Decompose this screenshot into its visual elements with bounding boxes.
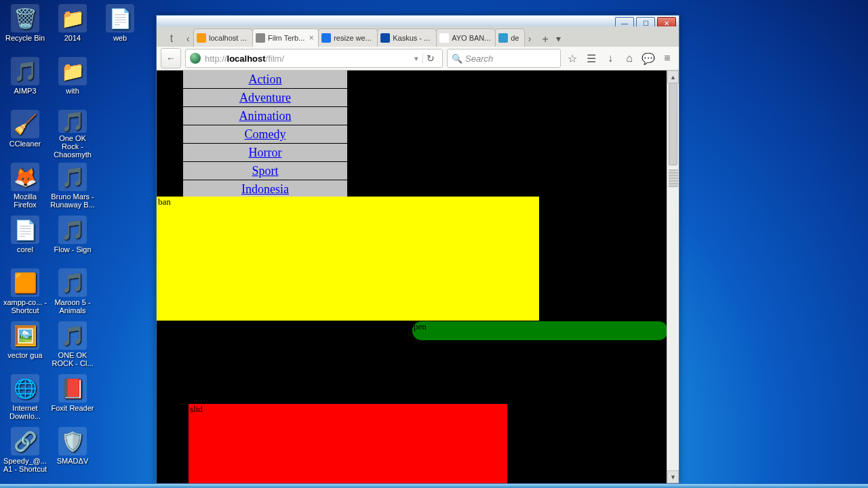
search-placeholder: Search [465, 54, 493, 64]
file-icon: 🧹 [11, 110, 39, 138]
titlebar[interactable]: — ☐ ✕ [157, 16, 679, 26]
tab-forward[interactable]: › [524, 30, 535, 47]
desktop-icon[interactable]: 🎵ONE OK ROCK - Cl... [50, 320, 95, 370]
menu-icon[interactable]: ≡ [660, 49, 675, 68]
icon-label: Recycle Bin [5, 34, 45, 42]
file-icon: 📄 [11, 216, 39, 244]
genre-link[interactable]: Adventure [239, 91, 291, 104]
file-icon: 🔗 [11, 427, 39, 455]
tab-strip: t ‹ localhost ...Film Terb...×resize we.… [157, 26, 679, 47]
desktop-icon[interactable]: 🦊Mozilla Firefox [3, 161, 47, 211]
pinned-tab[interactable]: t [163, 30, 180, 47]
file-icon: 🎵 [58, 110, 87, 133]
browser-window: — ☐ ✕ t ‹ localhost ...Film Terb...×resi… [156, 15, 679, 484]
browser-tab[interactable]: localhost ... [193, 28, 253, 47]
favicon [439, 33, 449, 43]
icon-label: Bruno Mars - Runaway B... [50, 192, 95, 209]
desktop-icon[interactable]: 📄corel [3, 214, 47, 264]
desktop-icon[interactable]: 🧹CCleaner [3, 108, 47, 159]
favicon [197, 33, 206, 43]
desktop-icon[interactable]: 🔗Speedy_@... A1 - Shortcut [3, 426, 47, 476]
vertical-scrollbar[interactable]: ▲ ▼ [667, 70, 679, 483]
icon-label: SMADΔV [57, 457, 88, 465]
file-icon: 🎵 [58, 163, 87, 191]
browser-tab[interactable]: Film Terb...× [252, 28, 319, 47]
scroll-up-button[interactable]: ▲ [667, 70, 679, 83]
icon-label: 2014 [64, 34, 81, 42]
favicon [498, 33, 508, 43]
scroll-down-button[interactable]: ▼ [667, 470, 679, 483]
tab-title: localhost ... [209, 34, 250, 42]
file-icon: 🎵 [58, 216, 87, 244]
desktop-icon[interactable]: 📁with [50, 56, 95, 106]
new-tab-button[interactable]: + [538, 32, 553, 47]
desktop-icon[interactable]: 🎵One OK Rock - Chaosmyth [50, 108, 95, 159]
tab-title: AYO BAN... [452, 34, 492, 42]
desktop-icon[interactable]: 🖼️vector gua [3, 320, 47, 370]
desktop-icon[interactable]: 📄web [98, 3, 142, 53]
file-icon: 🟧 [11, 268, 39, 297]
genre-link[interactable]: Indonesia [241, 182, 289, 196]
genre-item: Comedy [183, 125, 347, 143]
browser-tab[interactable]: resize we... [318, 28, 378, 47]
genre-list: ActionAdventureAnimationComedyHorrorSpor… [183, 70, 347, 199]
taskbar[interactable] [0, 484, 868, 488]
genre-link[interactable]: Horror [249, 146, 282, 159]
tab-title: de [511, 34, 521, 42]
reader-icon[interactable]: ☰ [584, 49, 599, 68]
desktop-icon[interactable]: 🎵Maroon 5 - Animals [50, 267, 95, 317]
search-box[interactable]: 🔍 Search [447, 49, 561, 68]
url-host: localhost [227, 54, 266, 64]
tab-title: Film Terb... [268, 34, 304, 42]
desktop-icon[interactable]: 🗑️Recycle Bin [3, 3, 47, 53]
pen-box: pen [412, 321, 668, 340]
downloads-icon[interactable]: ↓ [603, 49, 618, 68]
genre-link[interactable]: Comedy [245, 127, 286, 141]
icon-label: xampp-co... - Shortcut [3, 298, 47, 314]
genre-link[interactable]: Action [249, 73, 282, 86]
tab-close-icon[interactable]: × [307, 33, 315, 43]
desktop-icon[interactable]: 🎵Flow - Sign [50, 214, 95, 264]
icon-label: Foxit Reader [52, 404, 94, 412]
scroll-thumb[interactable] [669, 83, 677, 165]
genre-item: Action [183, 70, 347, 88]
browser-tab[interactable]: Kaskus - ... [377, 28, 437, 47]
genre-item: Sport [183, 162, 347, 180]
bookmark-star-icon[interactable]: ☆ [565, 49, 580, 68]
desktop-icon[interactable]: 🛡️SMADΔV [50, 426, 95, 476]
chat-icon[interactable]: 💬 [641, 49, 656, 68]
url-scheme: http:// [205, 54, 227, 64]
desktop-icon[interactable]: 🎵AIMP3 [3, 56, 47, 106]
desktop-icon[interactable]: 📁2014 [50, 3, 95, 53]
file-icon: 🛡️ [58, 427, 87, 455]
tab-title: Kaskus - ... [393, 34, 433, 42]
back-button[interactable]: ← [161, 48, 181, 68]
reload-button[interactable]: ↻ [422, 53, 438, 64]
file-icon: 📕 [58, 374, 87, 403]
desktop: 🗑️Recycle Bin📁2014📄web🎵AIMP3📁with🧹CClean… [0, 0, 868, 488]
file-icon: 📄 [106, 4, 134, 33]
icon-label: with [66, 87, 79, 95]
home-icon[interactable]: ⌂ [622, 49, 637, 68]
genre-item: Horror [183, 144, 347, 161]
tab-back[interactable]: ‹ [182, 30, 193, 47]
icon-label: CCleaner [9, 140, 41, 148]
browser-tab[interactable]: de [495, 28, 525, 47]
icon-label: Flow - Sign [54, 245, 91, 253]
icon-label: One OK Rock - Chaosmyth [50, 134, 95, 159]
genre-link[interactable]: Sport [252, 164, 278, 178]
tab-menu[interactable]: ▾ [553, 30, 564, 47]
url-bar[interactable]: http:// localhost /film/ ▾ ↻ [185, 49, 443, 68]
desktop-icon[interactable]: 🌐Internet Downlo... [3, 373, 47, 423]
url-dropdown-icon[interactable]: ▾ [414, 54, 418, 63]
icon-label: vector gua [7, 351, 42, 359]
file-icon: 🎵 [58, 321, 87, 350]
desktop-icon[interactable]: 🟧xampp-co... - Shortcut [3, 267, 47, 317]
icon-label: Maroon 5 - Animals [50, 298, 95, 314]
desktop-icon[interactable]: 🎵Bruno Mars - Runaway B... [50, 161, 95, 211]
browser-tab[interactable]: AYO BAN... [436, 28, 496, 47]
favicon [256, 33, 265, 43]
desktop-icon[interactable]: 📕Foxit Reader [50, 373, 95, 423]
file-icon: 🌐 [11, 374, 39, 403]
genre-link[interactable]: Animation [239, 109, 292, 123]
